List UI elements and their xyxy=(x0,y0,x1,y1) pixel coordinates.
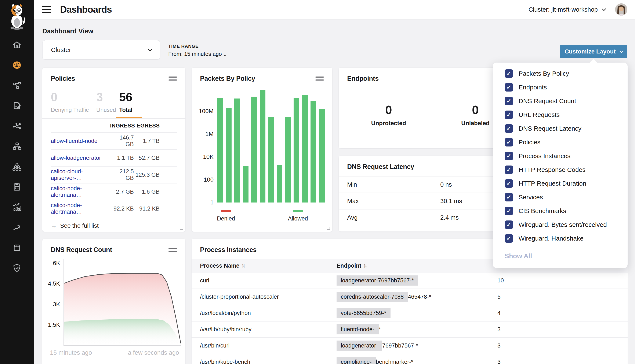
arrow-right-icon: → xyxy=(51,222,57,229)
policies-card: Policies 0 Denying Traffic 3 Unused 56 T… xyxy=(42,68,185,232)
packets-bar xyxy=(234,98,240,202)
resize-handle[interactable] xyxy=(327,226,330,230)
drag-handle-icon[interactable] xyxy=(315,75,324,82)
resize-handle[interactable] xyxy=(180,226,183,230)
policy-edit-icon xyxy=(12,101,22,110)
see-full-list-link[interactable]: → See the full list xyxy=(51,217,177,232)
checkbox-checked-icon[interactable] xyxy=(505,166,513,174)
home-icon xyxy=(12,40,22,50)
menu-item-policies[interactable]: Policies xyxy=(505,138,627,146)
packets-card-title: Packets By Policy xyxy=(200,75,255,82)
show-all-link[interactable]: Show All xyxy=(505,252,627,260)
menu-item-packets-by-policy[interactable]: Packets By Policy xyxy=(505,69,627,78)
checkbox-checked-icon[interactable] xyxy=(505,69,513,78)
checkbox-checked-icon[interactable] xyxy=(505,193,513,202)
user-avatar[interactable] xyxy=(615,4,627,16)
dns-latency-card-title: DNS Request Latency xyxy=(347,163,414,170)
endpoint-column-header[interactable]: Endpoint xyxy=(337,262,497,269)
legend-denied[interactable]: Denied xyxy=(204,210,248,222)
sidebar-item-managed-clusters[interactable] xyxy=(12,162,22,172)
sidebar-item-home[interactable] xyxy=(12,40,22,50)
checkbox-checked-icon[interactable] xyxy=(505,152,513,160)
sidebar-item-threat-defense[interactable] xyxy=(12,263,22,273)
sidebar-item-flow-visualizations[interactable] xyxy=(12,121,22,131)
time-range: TIME RANGE From: 15 minutes ago xyxy=(168,44,226,57)
menu-item-services[interactable]: Services xyxy=(505,193,627,202)
packets-bar xyxy=(251,96,257,202)
legend-allowed[interactable]: Allowed xyxy=(276,210,320,222)
sidebar-item-service-graph[interactable] xyxy=(12,80,22,90)
menu-item-dns-request-latency[interactable]: DNS Request Latency xyxy=(505,124,627,133)
menu-item-http-response-codes[interactable]: HTTP Response Codes xyxy=(505,166,627,174)
endpoint-chip: coredns-autoscaler-7c88 xyxy=(337,292,408,302)
sidebar-item-policies[interactable] xyxy=(12,101,22,110)
checkbox-checked-icon[interactable] xyxy=(505,83,513,92)
menu-item-url-requests[interactable]: URL Requests xyxy=(505,110,627,119)
hamburger-menu-icon[interactable] xyxy=(42,6,51,13)
process-name-column-header[interactable]: Process Name xyxy=(200,262,337,269)
egress-column-header: EGRESS xyxy=(134,122,160,129)
checkbox-checked-icon[interactable] xyxy=(505,207,513,215)
sidebar-item-dashboards[interactable] xyxy=(12,60,22,70)
time-range-value[interactable]: From: 15 minutes ago xyxy=(168,51,226,57)
top-header: Dashboards Cluster: jlt-msft-workshop xyxy=(34,0,635,20)
checkbox-checked-icon[interactable] xyxy=(505,138,513,146)
table-row: allow-loadgenerator 1.1 TB52.7 GB xyxy=(51,149,177,166)
menu-item-http-request-duration[interactable]: HTTP Request Duration xyxy=(505,179,627,188)
table-row: /usr/local/bin/python vote-5655bd759-* 4 xyxy=(191,305,627,322)
checkbox-checked-icon[interactable] xyxy=(505,110,513,119)
menu-item-wireguard-bytes[interactable]: Wireguard. Bytes sent/received xyxy=(505,220,627,229)
policy-link[interactable]: calico-cloud-apiserver-… xyxy=(51,168,110,181)
shield-check-icon xyxy=(12,263,22,273)
table-row: /cluster-proportional-autoscaler coredns… xyxy=(191,289,627,305)
drag-handle-icon[interactable] xyxy=(168,75,177,82)
packets-bar xyxy=(268,117,274,202)
sidebar-item-activity[interactable] xyxy=(12,202,22,212)
drag-handle-icon[interactable] xyxy=(168,246,177,254)
menu-item-cis-benchmarks[interactable]: CIS Benchmarks xyxy=(505,207,627,215)
chevron-down-icon xyxy=(148,47,152,51)
dashboard-view-select[interactable]: Cluster xyxy=(42,40,160,60)
packets-by-policy-card: Packets By Policy 100M 1M 10K 100 1 Deni… xyxy=(191,68,332,232)
chart-stats-icon xyxy=(12,202,22,212)
chevron-down-icon[interactable] xyxy=(602,7,606,11)
dashboards-page: Dashboards Cluster: jlt-msft-workshop xyxy=(0,0,635,364)
sidebar-item-packages[interactable] xyxy=(12,243,22,252)
chevron-down-icon xyxy=(619,50,623,53)
policy-link[interactable]: allow-fluentd-node xyxy=(51,138,110,144)
trend-up-icon xyxy=(12,222,22,232)
menu-item-wireguard-handshake[interactable]: Wireguard. Handshake xyxy=(505,234,627,243)
package-icon xyxy=(12,243,22,252)
checkbox-checked-icon[interactable] xyxy=(505,220,513,229)
policy-link[interactable]: calico-node-alertmana… xyxy=(51,185,110,198)
table-row: /usr/bin/curl loadgenerator-7697bb7567-*… xyxy=(191,338,627,354)
menu-item-endpoints[interactable]: Endpoints xyxy=(505,83,627,92)
table-row: calico-node-alertmana… 92.2 KB91.2 KB xyxy=(51,200,177,217)
policy-link[interactable]: calico-node-alertmana… xyxy=(51,202,110,215)
sidebar-item-trends[interactable] xyxy=(12,222,22,232)
customize-layout-button[interactable]: Customize Layout xyxy=(560,45,627,58)
table-row: /var/lib/ruby/bin/ruby fluentd-node-* 3 xyxy=(191,322,627,338)
checkbox-checked-icon[interactable] xyxy=(505,97,513,105)
packets-bar xyxy=(294,98,299,202)
cluster-selector[interactable]: Cluster: jlt-msft-workshop xyxy=(529,6,598,13)
checkbox-checked-icon[interactable] xyxy=(505,179,513,188)
packets-bar xyxy=(243,166,249,202)
clusters-icon xyxy=(12,162,22,172)
endpoints-card-title: Endpoints xyxy=(347,75,379,82)
packets-bar xyxy=(311,100,316,202)
menu-item-dns-request-count[interactable]: DNS Request Count xyxy=(505,97,627,105)
table-row: allow-fluentd-node 146.7 GB1.7 TB xyxy=(51,132,177,149)
dns-count-card-title: DNS Request Count xyxy=(51,246,112,254)
sidebar-item-networksets[interactable] xyxy=(12,142,22,151)
sidebar-item-compliance[interactable] xyxy=(12,182,22,192)
policy-link[interactable]: allow-loadgenerator xyxy=(51,155,110,161)
stat-total[interactable]: 56 Total xyxy=(119,90,132,113)
packets-bar xyxy=(285,117,291,202)
checkbox-checked-icon[interactable] xyxy=(505,234,513,243)
hierarchy-icon xyxy=(12,142,22,151)
checkbox-checked-icon[interactable] xyxy=(505,124,513,133)
menu-item-process-instances[interactable]: Process Instances xyxy=(505,152,627,160)
calico-cat-logo[interactable] xyxy=(5,2,29,33)
legend-successful[interactable]: Successful 5,572 xyxy=(42,361,185,364)
